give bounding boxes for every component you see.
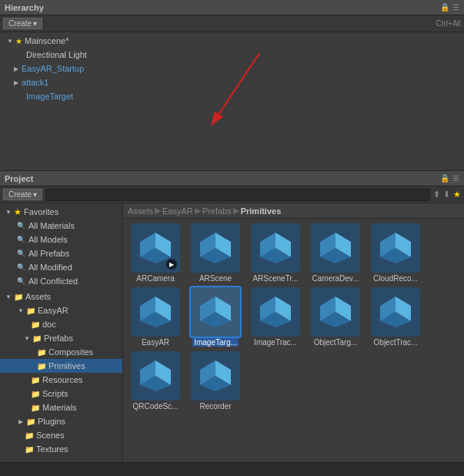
breadcrumb-easyar[interactable]: EasyAR [162, 206, 193, 216]
materials-folder-label: Materials [42, 403, 77, 412]
prefabs-folder-label: Prefabs [44, 334, 73, 343]
scenes-folder-icon: 📁 [25, 431, 34, 440]
assets-header[interactable]: 📁 Assets [0, 290, 122, 303]
textures-folder-item[interactable]: 📁 Textures [0, 442, 122, 456]
assets-folder-icon: 📁 [14, 293, 23, 301]
asset-item-objecttrac[interactable]: ObjectTrac... [368, 287, 423, 347]
asset-item-cameradev[interactable]: CameraDev... [308, 223, 363, 283]
project-lock-icon[interactable]: 🔒 [440, 174, 449, 183]
doc-folder-item[interactable]: 📁 doc [0, 317, 122, 331]
scene-root-item[interactable]: ★ Mainscene* [0, 34, 464, 48]
composites-folder-item[interactable]: 📁 Composites [0, 345, 122, 359]
asset-label-cameradev: CameraDev... [312, 274, 359, 283]
project-more-icon[interactable]: ☰ [452, 174, 459, 183]
asset-item-imagetrac[interactable]: ImageTrac... [248, 287, 303, 347]
assets-triangle [5, 293, 12, 300]
materials-folder-item[interactable]: 📁 Materials [0, 401, 122, 414]
all-materials-label: All Materials [28, 221, 75, 230]
scripts-folder-item[interactable]: 📁 Scripts [0, 387, 122, 401]
prefabs-folder-icon: 📁 [32, 334, 42, 343]
asset-thumb-arscenetr [251, 223, 300, 273]
attack1-item[interactable]: attack1 [0, 75, 464, 89]
asset-thumb-qrcodesc [131, 351, 180, 401]
asset-grid-container[interactable]: ▶ ARCamera ARScene [123, 219, 464, 462]
asset-item-cloudreco[interactable]: CloudReco... [368, 223, 423, 283]
asset-item-objecttarg[interactable]: ObjectTarg... [308, 287, 363, 347]
easyar-startup-label: EasyAR_Startup [22, 64, 84, 73]
easyar-triangle [17, 307, 25, 314]
prefabs-triangle [23, 334, 31, 342]
easyar-folder-label: EasyAR [38, 306, 68, 315]
scenes-folder-item[interactable]: 📁 Scenes [0, 428, 122, 442]
asset-thumb-cameradev [311, 223, 360, 273]
plugins-folder-icon: 📁 [26, 417, 35, 426]
all-materials-item[interactable]: 🔍 All Materials [0, 219, 122, 233]
favorites-header[interactable]: ★ Favorites [0, 205, 122, 219]
scripts-folder-icon: 📁 [31, 390, 40, 398]
assets-label: Assets [25, 292, 51, 301]
hierarchy-create-button[interactable]: Create ▾ [3, 18, 42, 29]
prefabs-folder-item[interactable]: 📁 Prefabs [0, 331, 122, 345]
all-conflicted-item[interactable]: 🔍 All Conflicted [0, 274, 122, 288]
resources-folder-icon: 📁 [31, 376, 40, 384]
doc-folder-label: doc [42, 320, 56, 329]
project-search-input[interactable] [45, 189, 430, 201]
asset-label-imagetrac: ImageTrac... [254, 338, 297, 347]
assets-section: 📁 Assets 📁 EasyAR 📁 doc 📁 Prefabs [0, 290, 122, 456]
primitives-folder-item[interactable]: 📁 Primitives [0, 359, 122, 373]
attack1-label: attack1 [22, 78, 48, 87]
hierarchy-header-icons: 🔒 ☰ [440, 3, 459, 12]
asset-thumb-arcamera: ▶ [131, 223, 180, 273]
scripts-folder-label: Scripts [42, 389, 68, 398]
imagetarget-label: ImageTarget [26, 92, 73, 101]
more-icon[interactable]: ☰ [452, 3, 459, 12]
asset-label-arcamera: ARCamera [136, 274, 174, 283]
asset-thumb-imagetrac [251, 287, 300, 337]
download-icon[interactable]: ⬇ [443, 189, 450, 199]
imagetarget-item[interactable]: ImageTarget [0, 89, 464, 103]
project-create-button[interactable]: Create ▾ [3, 189, 42, 200]
resources-folder-item[interactable]: 📁 Resources [0, 373, 122, 387]
dl-triangle [17, 51, 25, 59]
hierarchy-search-shortcut: Ctrl+All [436, 19, 461, 28]
asset-item-qrcodesc[interactable]: QRCodeSc... [128, 351, 183, 411]
breadcrumb-assets[interactable]: Assets [128, 206, 153, 216]
search-icon[interactable]: ⬆ [433, 189, 440, 199]
project-panel: Project 🔒 ☰ Create ▾ ⬆ ⬇ ★ ★ Favorites [0, 171, 464, 476]
project-content: ★ Favorites 🔍 All Materials 🔍 All Models… [0, 203, 464, 462]
search-icon-conflicted: 🔍 [17, 277, 25, 285]
breadcrumb-primitives[interactable]: Primitives [241, 206, 282, 216]
resources-folder-label: Resources [42, 375, 83, 384]
asset-item-arscene[interactable]: ARScene [188, 223, 243, 283]
all-models-label: All Models [28, 235, 68, 244]
asset-item-arcamera[interactable]: ▶ ARCamera [128, 223, 183, 283]
scene-label: Mainscene* [25, 36, 68, 45]
attack1-triangle [12, 79, 20, 86]
materials-folder-icon: 📁 [31, 404, 40, 412]
all-prefabs-label: All Prefabs [28, 249, 69, 258]
breadcrumb-prefabs[interactable]: Prefabs [202, 206, 232, 216]
easyar-folder-item[interactable]: 📁 EasyAR [0, 303, 122, 317]
asset-item-arscenetr[interactable]: ARSceneTr... [248, 223, 303, 283]
asset-thumb-easyar2 [131, 287, 180, 337]
search-icon-models: 🔍 [17, 236, 25, 243]
directional-light-item[interactable]: Directional Light [0, 48, 464, 62]
plugins-folder-item[interactable]: 📁 Plugins [0, 414, 122, 428]
asset-thumb-objecttarg [311, 287, 360, 337]
plugins-triangle [17, 417, 25, 425]
easyar-startup-item[interactable]: EasyAR_Startup [0, 62, 464, 75]
lock-icon[interactable]: 🔒 [440, 3, 449, 12]
all-modified-item[interactable]: 🔍 All Modified [0, 260, 122, 274]
breadcrumb: Assets ▶ EasyAR ▶ Prefabs ▶ Primitives [123, 203, 464, 219]
primitives-folder-icon: 📁 [37, 362, 46, 370]
star-filter-icon[interactable]: ★ [453, 189, 461, 199]
asset-item-easyar2[interactable]: EasyAR [128, 287, 183, 347]
all-prefabs-item[interactable]: 🔍 All Prefabs [0, 246, 122, 260]
asset-item-imagetarg[interactable]: ImageTarg... [188, 287, 243, 347]
project-toolbar: Create ▾ ⬆ ⬇ ★ [0, 186, 464, 203]
all-models-item[interactable]: 🔍 All Models [0, 233, 122, 246]
asset-item-recorder[interactable]: Recorder [188, 351, 243, 411]
scene-icon: ★ [15, 37, 22, 45]
textures-folder-icon: 📁 [25, 445, 34, 454]
asset-label-recorder: Recorder [199, 402, 231, 411]
